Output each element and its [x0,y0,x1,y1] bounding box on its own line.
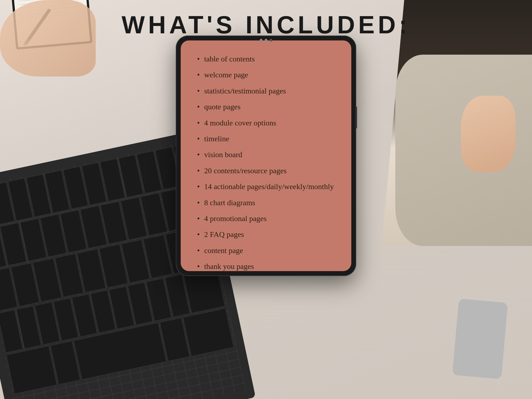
list-item: quote pages [197,102,340,112]
list-item: welcome page [197,70,340,80]
camera-dot-2 [265,39,267,42]
tablet-container: table of contentswelcome pagestatistics/… [176,36,356,276]
list-item: 8 chart diagrams [197,198,340,208]
list-item: timeline [197,134,340,144]
person-hand-right [461,96,516,172]
list-item: 4 module cover options [197,118,340,128]
tablet-screen: table of contentswelcome pagestatistics/… [181,40,351,271]
list-item: 2 FAQ pages [197,230,340,239]
camera-dot-1 [260,39,262,42]
tablet-camera [260,39,272,42]
list-item: table of contents [197,54,340,64]
camera-dot-3 [270,39,272,42]
tablet-side-button [355,107,357,128]
key [183,308,234,357]
tablet: table of contentswelcome pagestatistics/… [176,36,356,276]
list-item: 20 contents/resource pages [197,166,340,176]
phone [452,299,508,379]
list-item: 14 actionable pages/daily/weekly/monthly [197,182,340,192]
list-item: 4 promotional pages [197,214,340,224]
page-title: WHAT'S INCLUDED: [0,11,532,39]
key [6,346,57,394]
list-item: thank you pages [197,262,340,271]
list-item: vision board [197,150,340,160]
list-item: statistics/testimonial pages [197,86,340,96]
content-list: table of contentswelcome pagestatistics/… [197,54,340,271]
list-item: content page [197,246,340,256]
